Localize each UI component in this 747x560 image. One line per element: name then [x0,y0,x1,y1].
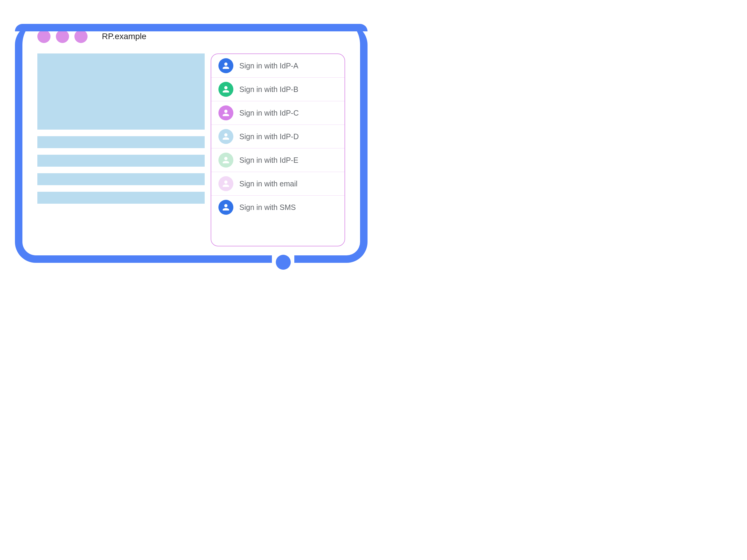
user-icon [218,129,233,144]
traffic-light-icon [74,30,87,43]
user-icon [218,153,233,167]
user-icon [218,176,233,191]
user-icon [218,58,233,73]
signin-label: Sign in with IdP-D [239,132,299,141]
signin-label: Sign in with SMS [239,203,296,212]
content-line-placeholder [37,155,205,167]
signin-option-idp-c[interactable]: Sign in with IdP-C [211,101,344,125]
signin-label: Sign in with IdP-A [239,61,298,70]
browser-window: RP.example Sign in with IdP-A Sign in wi… [28,24,354,249]
address-bar-text: RP.example [102,32,147,41]
user-icon [218,200,233,215]
content-line-placeholder [37,173,205,185]
signin-label: Sign in with IdP-C [239,109,299,117]
traffic-light-icon [37,30,51,43]
signin-option-idp-d[interactable]: Sign in with IdP-D [211,125,344,149]
signin-option-email[interactable]: Sign in with email [211,172,344,196]
browser-header: RP.example [37,30,345,43]
content-line-placeholder [37,192,205,204]
device-home-button [276,255,291,270]
content-area: Sign in with IdP-A Sign in with IdP-B Si… [37,53,345,246]
content-line-placeholder [37,136,205,148]
content-hero-placeholder [37,53,205,130]
traffic-light-icon [56,30,69,43]
signin-option-sms[interactable]: Sign in with SMS [211,196,344,219]
signin-option-idp-e[interactable]: Sign in with IdP-E [211,149,344,172]
user-icon [218,82,233,97]
user-icon [218,105,233,121]
signin-option-idp-b[interactable]: Sign in with IdP-B [211,78,344,101]
signin-option-idp-a[interactable]: Sign in with IdP-A [211,54,344,78]
main-content [37,53,205,246]
signin-panel: Sign in with IdP-A Sign in with IdP-B Si… [211,53,345,246]
signin-label: Sign in with IdP-B [239,85,298,94]
device-frame: RP.example Sign in with IdP-A Sign in wi… [15,24,367,263]
signin-label: Sign in with email [239,180,298,188]
signin-label: Sign in with IdP-E [239,156,298,165]
